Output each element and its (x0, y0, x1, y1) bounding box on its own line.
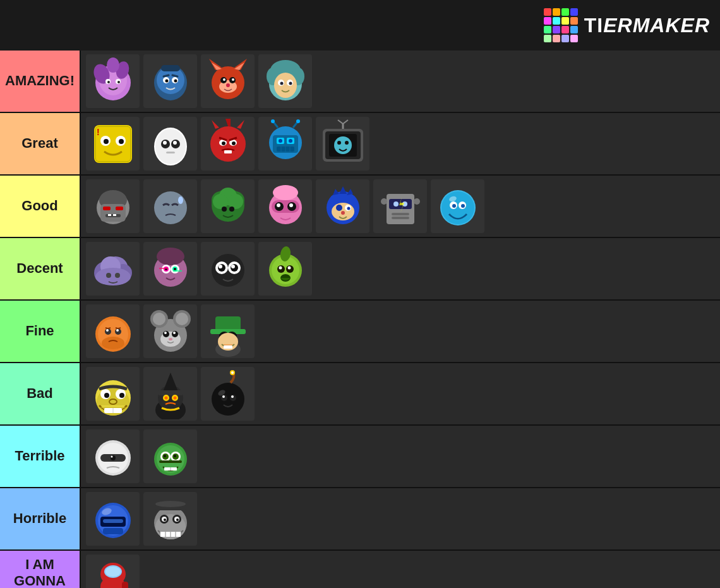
logo-cell (570, 17, 578, 25)
svg-point-26 (226, 83, 230, 87)
svg-point-172 (116, 329, 119, 332)
svg-marker-110 (339, 186, 347, 194)
char-icon (373, 179, 427, 233)
svg-point-56 (222, 141, 225, 145)
char-icon (86, 179, 140, 233)
svg-text:!: ! (97, 127, 100, 137)
char-icon (143, 117, 197, 171)
char-icon (86, 367, 140, 421)
svg-point-14 (165, 79, 168, 82)
char-icon (143, 429, 197, 483)
svg-marker-53 (237, 120, 244, 129)
svg-point-35 (289, 81, 292, 85)
tier-row-fine: Fine (0, 301, 720, 363)
svg-rect-239 (103, 528, 123, 534)
logo-cell (561, 8, 569, 16)
tier-content-terrible (80, 426, 720, 487)
logo-cell (553, 17, 560, 25)
char-icon (431, 179, 484, 233)
char-icon (86, 492, 140, 546)
tier-label-fine: Fine (0, 301, 80, 362)
svg-point-48 (173, 141, 177, 145)
tier-content-cry (80, 551, 720, 588)
svg-point-258 (105, 567, 121, 577)
char-icon (143, 492, 197, 546)
svg-rect-150 (173, 270, 182, 272)
svg-point-41 (119, 139, 124, 144)
tier-row-amazing: AMAZING! (0, 51, 720, 113)
char-icon (143, 54, 197, 108)
char-icon (86, 555, 140, 588)
tier-label-amazing: AMAZING! (0, 51, 80, 112)
svg-point-50 (210, 126, 246, 162)
svg-rect-149 (159, 268, 168, 269)
logo-cell (553, 26, 560, 33)
tier-content-horrible (80, 488, 720, 549)
svg-point-212 (231, 371, 234, 374)
tier-label-terrible: Terrible (0, 426, 80, 487)
tier-row-good: Good (0, 176, 720, 238)
char-icon (201, 367, 255, 421)
svg-rect-49 (166, 152, 175, 153)
char-icon (201, 242, 255, 296)
char-icon (258, 117, 312, 171)
tier-row-horrible: Horrible (0, 488, 720, 551)
svg-point-156 (219, 265, 222, 268)
logo-cell (544, 8, 551, 16)
tier-content-decent (80, 238, 720, 299)
svg-point-139 (106, 273, 111, 278)
tier-content-great: ! (80, 113, 720, 174)
tier-row-terrible: Terrible (0, 426, 720, 488)
svg-point-148 (174, 268, 176, 270)
svg-point-183 (169, 338, 172, 340)
svg-point-69 (279, 139, 282, 143)
svg-point-99 (228, 194, 243, 209)
svg-point-182 (173, 332, 176, 334)
logo-cell (561, 17, 569, 25)
logo-cell (544, 26, 551, 33)
svg-marker-20 (234, 63, 244, 70)
svg-point-114 (336, 205, 342, 211)
svg-point-93 (178, 196, 183, 204)
svg-point-92 (154, 191, 187, 224)
char-icon (143, 179, 197, 233)
char-icon (86, 304, 140, 358)
svg-rect-11 (161, 65, 180, 71)
svg-point-176 (153, 313, 165, 325)
svg-point-101 (229, 207, 234, 212)
svg-point-47 (163, 141, 167, 145)
svg-point-65 (296, 119, 300, 123)
svg-point-208 (164, 396, 167, 399)
tier-row-decent: Decent (0, 238, 720, 301)
svg-marker-19 (212, 63, 222, 70)
svg-point-117 (341, 211, 345, 215)
svg-rect-90 (108, 214, 111, 216)
svg-point-164 (287, 266, 291, 269)
char-icon (201, 304, 255, 358)
svg-point-181 (164, 332, 167, 334)
char-icon (258, 242, 312, 296)
tier-label-good: Good (0, 176, 80, 237)
char-icon (258, 179, 312, 233)
tier-content-fine (80, 301, 720, 362)
svg-point-209 (173, 396, 176, 399)
char-icon (143, 242, 197, 296)
logo-cell (570, 26, 578, 33)
svg-point-25 (232, 78, 234, 81)
char-icon (201, 179, 255, 233)
svg-point-142 (157, 248, 184, 265)
svg-point-132 (461, 204, 465, 208)
header: TiERMAKER (0, 0, 720, 51)
char-icon (201, 117, 255, 171)
tier-row-great: Great ! (0, 113, 720, 176)
logo-cell (553, 8, 560, 16)
logo-cell (561, 26, 569, 33)
svg-point-250 (155, 501, 186, 507)
char-icon (143, 304, 197, 358)
svg-point-222 (111, 455, 112, 457)
svg-point-107 (289, 203, 293, 207)
svg-point-197 (104, 393, 109, 398)
char-icon (316, 117, 369, 171)
char-icon (86, 242, 140, 296)
svg-point-230 (174, 455, 176, 457)
